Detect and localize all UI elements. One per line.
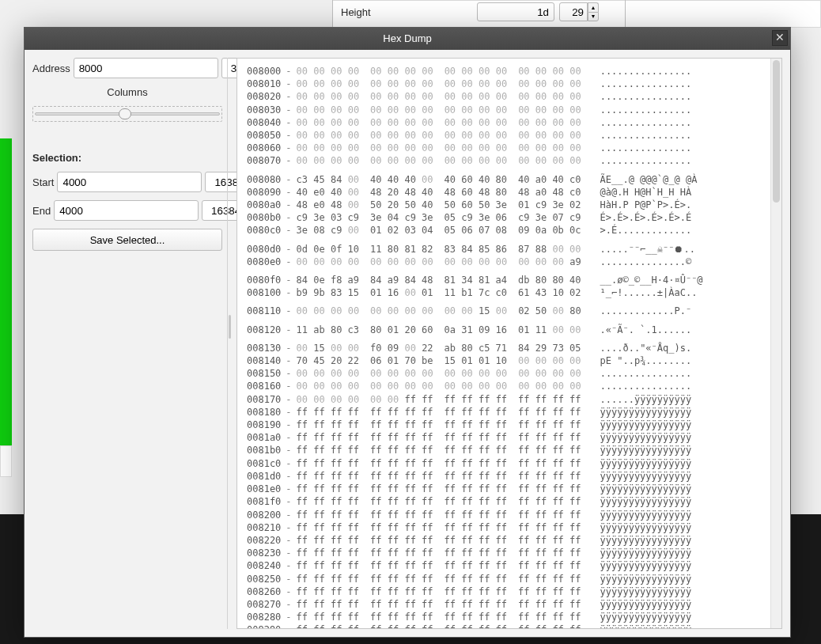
hex-row[interactable]: 008280-ff ff ff ffff ff ff ffff ff ff ff… bbox=[247, 611, 764, 623]
hex-row[interactable]: 008170-00 00 00 0000 00 ff ffff ff ff ff… bbox=[247, 393, 764, 406]
hex-row[interactable]: 008090-40 e0 40 0048 20 48 4048 60 48 80… bbox=[247, 186, 764, 199]
hex-row[interactable]: 008000-00 00 00 0000 00 00 0000 00 00 00… bbox=[247, 65, 764, 78]
hex-row[interactable]: 008040-00 00 00 0000 00 00 0000 00 00 00… bbox=[247, 116, 764, 129]
hex-dump-dialog: Hex Dump ✕ Address ▲ ▼ Columns Selection… bbox=[24, 27, 791, 638]
hex-row[interactable]: 0081b0-ff ff ff ffff ff ff ffff ff ff ff… bbox=[247, 444, 764, 456]
scrollbar-thumb[interactable] bbox=[773, 60, 780, 203]
hex-content[interactable]: 008000-00 00 00 0000 00 00 0000 00 00 00… bbox=[237, 59, 770, 628]
end-hex-input[interactable] bbox=[54, 200, 199, 221]
hex-row[interactable]: 008240-ff ff ff ffff ff ff ffff ff ff ff… bbox=[247, 559, 764, 572]
height-label: Height bbox=[336, 3, 477, 21]
hex-row[interactable]: 0080e0-00 00 00 0000 00 00 0000 00 00 00… bbox=[247, 256, 764, 268]
background-green-strip bbox=[0, 138, 12, 445]
hex-row[interactable]: 008140-70 45 20 2206 01 70 be15 01 01 10… bbox=[247, 354, 764, 367]
height-step-down-button[interactable]: ▼ bbox=[588, 12, 599, 21]
dialog-title: Hex Dump bbox=[383, 32, 431, 44]
hex-row[interactable]: 008210-ff ff ff ffff ff ff ffff ff ff ff… bbox=[247, 521, 764, 534]
address-hex-input[interactable] bbox=[74, 58, 218, 78]
hex-row[interactable]: 0081e0-ff ff ff ffff ff ff ffff ff ff ff… bbox=[247, 483, 764, 495]
background-white-strip bbox=[0, 445, 12, 477]
height-spinner: ▲ ▼ bbox=[559, 2, 599, 21]
columns-slider-wrap bbox=[32, 106, 222, 122]
hex-row[interactable]: 0080f0-84 0e f8 a984 a9 84 4881 34 81 a4… bbox=[247, 274, 764, 286]
hex-row[interactable]: 008080-c3 45 84 0040 40 40 0040 60 40 80… bbox=[247, 173, 764, 186]
hex-row[interactable]: 008220-ff ff ff ffff ff ff ffff ff ff ff… bbox=[247, 534, 764, 547]
hex-row[interactable]: 008110-00 00 00 0000 00 00 0000 00 15 00… bbox=[247, 305, 764, 317]
hex-row[interactable]: 0080b0-c9 3e 03 c93e 04 c9 3e05 c9 3e 06… bbox=[247, 211, 764, 224]
property-row-height: Height ▲ ▼ bbox=[336, 2, 599, 21]
hex-row[interactable]: 0081f0-ff ff ff ffff ff ff ffff ff ff ff… bbox=[247, 495, 764, 508]
pane-splitter[interactable] bbox=[227, 58, 232, 629]
hex-row[interactable]: 008130-00 15 00 00f0 09 00 22ab 80 c5 71… bbox=[247, 342, 764, 354]
hex-row[interactable]: 008190-ff ff ff ffff ff ff ffff ff ff ff… bbox=[247, 419, 764, 431]
hex-row[interactable]: 0081a0-ff ff ff ffff ff ff ffff ff ff ff… bbox=[247, 431, 764, 444]
height-hex-input[interactable] bbox=[477, 2, 554, 21]
hex-row[interactable]: 008030-00 00 00 0000 00 00 0000 00 00 00… bbox=[247, 104, 764, 116]
hex-row[interactable]: 0080d0-0d 0e 0f 1011 80 81 8283 84 85 86… bbox=[247, 243, 764, 256]
hex-row[interactable]: 008180-ff ff ff ffff ff ff ffff ff ff ff… bbox=[247, 406, 764, 419]
height-step-up-button[interactable]: ▲ bbox=[588, 2, 599, 12]
hex-row[interactable]: 008270-ff ff ff ffff ff ff ffff ff ff ff… bbox=[247, 598, 764, 611]
end-label: End bbox=[32, 205, 51, 217]
dialog-titlebar[interactable]: Hex Dump ✕ bbox=[25, 28, 790, 50]
hex-row[interactable]: 008260-ff ff ff ffff ff ff ffff ff ff ff… bbox=[247, 585, 764, 598]
hex-row[interactable]: 008160-00 00 00 0000 00 00 0000 00 00 00… bbox=[247, 380, 764, 392]
hex-row[interactable]: 0081c0-ff ff ff ffff ff ff ffff ff ff ff… bbox=[247, 457, 764, 470]
close-icon[interactable]: ✕ bbox=[772, 30, 788, 46]
address-label: Address bbox=[32, 63, 70, 74]
height-dec-input[interactable] bbox=[559, 2, 588, 21]
hex-view: 008000-00 00 00 0000 00 00 0000 00 00 00… bbox=[236, 58, 782, 629]
save-selected-button[interactable]: Save Selected... bbox=[32, 229, 222, 251]
hex-row[interactable]: 008150-00 00 00 0000 00 00 0000 00 00 00… bbox=[247, 367, 764, 380]
hex-row[interactable]: 008290-ff ff ff ffff ff ff ffff ff ff ff… bbox=[247, 623, 764, 628]
hex-row[interactable]: 0080a0-48 e0 48 0050 20 50 4050 60 50 3e… bbox=[247, 199, 764, 211]
columns-slider[interactable] bbox=[35, 112, 220, 116]
hex-row[interactable]: 0080c0-3e 08 c9 0001 02 03 0405 06 07 08… bbox=[247, 224, 764, 237]
start-hex-input[interactable] bbox=[57, 172, 202, 192]
hex-row[interactable]: 008230-ff ff ff ffff ff ff ffff ff ff ff… bbox=[247, 547, 764, 559]
hex-row[interactable]: 008020-00 00 00 0000 00 00 0000 00 00 00… bbox=[247, 90, 764, 103]
controls-pane: Address ▲ ▼ Columns Selection: Start ▲ bbox=[32, 58, 222, 629]
start-label: Start bbox=[32, 176, 54, 188]
hex-row[interactable]: 008070-00 00 00 0000 00 00 0000 00 00 00… bbox=[247, 154, 764, 167]
hex-row[interactable]: 008200-ff ff ff ffff ff ff ffff ff ff ff… bbox=[247, 509, 764, 521]
vertical-scrollbar[interactable] bbox=[770, 59, 781, 628]
hex-row[interactable]: 008010-00 00 00 0000 00 00 0000 00 00 00… bbox=[247, 78, 764, 90]
hex-row[interactable]: 008060-00 00 00 0000 00 00 0000 00 00 00… bbox=[247, 142, 764, 154]
columns-label: Columns bbox=[32, 86, 222, 98]
selection-section-label: Selection: bbox=[32, 152, 222, 164]
hex-row[interactable]: 008120-11 ab 80 c380 01 20 600a 31 09 16… bbox=[247, 324, 764, 336]
hex-row[interactable]: 0081d0-ff ff ff ffff ff ff ffff ff ff ff… bbox=[247, 470, 764, 483]
hex-row[interactable]: 008250-ff ff ff ffff ff ff ffff ff ff ff… bbox=[247, 573, 764, 585]
hex-row[interactable]: 008100-b9 9b 83 1501 16 00 0111 b1 7c c0… bbox=[247, 286, 764, 299]
hex-row[interactable]: 008050-00 00 00 0000 00 00 0000 00 00 00… bbox=[247, 129, 764, 142]
